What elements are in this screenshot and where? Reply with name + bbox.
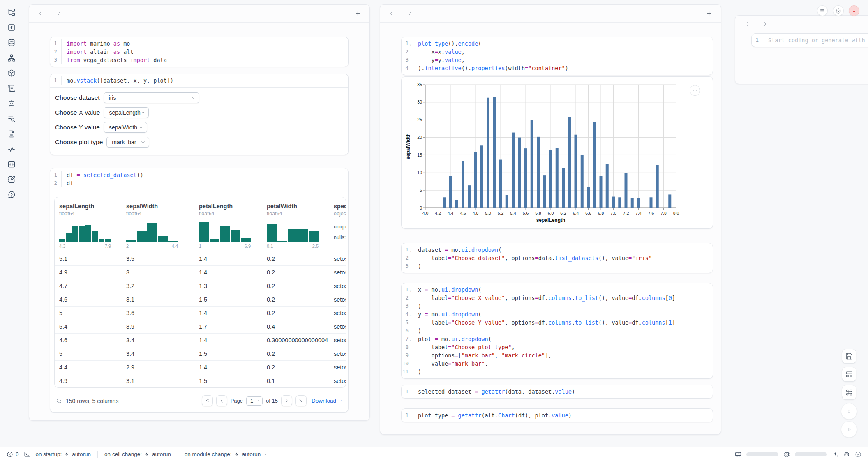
on-module-change-setting[interactable]: on module change: autorun	[185, 451, 268, 457]
dropdown-choose-plot-type[interactable]: mark_bar	[106, 137, 149, 148]
cell-plot[interactable]: 1⌄plot_type().encode(2 x=x.value,3 y=y.v…	[401, 37, 713, 75]
error-count: 0	[16, 451, 19, 457]
first-page-button[interactable]	[202, 395, 213, 406]
code-line: 2 x=x.value,	[402, 48, 713, 56]
save-button[interactable]	[842, 349, 856, 364]
shutdown-button[interactable]	[849, 5, 859, 16]
table-cell: 3.6	[126, 310, 199, 316]
table-cell: setosa	[334, 378, 346, 384]
on-startup-setting[interactable]: on startup: autorun	[36, 451, 91, 457]
code-editor-selected-dataset[interactable]: 1selected_dataset = getattr(data, datase…	[402, 385, 713, 398]
column-header-species[interactable]: speciesobjectunique:nulls:	[334, 203, 346, 249]
table-cell: setosa	[334, 323, 346, 330]
table-row[interactable]: 4.42.91.40.2setosa	[55, 360, 346, 374]
page-select[interactable]: 1	[246, 396, 263, 406]
activity-icon[interactable]	[7, 145, 16, 153]
table-cell: setosa	[334, 364, 346, 371]
last-page-button[interactable]	[295, 395, 307, 406]
function-square-icon[interactable]	[7, 23, 16, 32]
table-row[interactable]: 4.63.41.40.30000000000000004setosa	[55, 333, 346, 347]
on-module-change-label: on module change:	[185, 451, 232, 457]
table-row[interactable]: 53.41.50.2setosa	[55, 347, 346, 360]
notebook-pen-icon[interactable]	[7, 175, 16, 184]
code-editor-xyplot[interactable]: 1⌄x = mo.ui.dropdown(2 label="Choose X v…	[402, 283, 713, 378]
column-header-petalWidth[interactable]: petalWidthfloat640.12.5	[267, 203, 334, 249]
table-header-row: sepalLengthfloat644.37.9sepalWidthfloat6…	[55, 197, 346, 252]
svg-text:25: 25	[417, 117, 422, 122]
bar-chart[interactable]: 4.04.24.44.64.85.05.25.45.65.86.06.26.46…	[405, 77, 693, 228]
file-text-icon[interactable]	[7, 130, 16, 138]
gear-icon	[836, 8, 841, 14]
cell-imports[interactable]: 1import marimo as mo2import altair as al…	[50, 37, 349, 67]
cell-xy-plot-dropdowns[interactable]: 1⌄x = mo.ui.dropdown(2 label="Choose X v…	[401, 283, 713, 379]
download-button[interactable]: Download	[312, 398, 342, 404]
column-header-petalLength[interactable]: petalLengthfloat6416.9	[199, 203, 267, 249]
column-header-sepalLength[interactable]: sepalLengthfloat644.37.9	[59, 203, 126, 249]
cell-vstack[interactable]: 1mo.vstack([dataset, x, y, plot]) Choose…	[50, 74, 349, 155]
scroll-column-left-button[interactable]	[388, 10, 395, 16]
interrupt-button[interactable]	[841, 403, 857, 420]
chart-actions-button[interactable]	[690, 85, 700, 96]
code-editor-dataset[interactable]: 1⌄dataset = mo.ui.dropdown(2 label="Choo…	[402, 243, 713, 273]
table-row[interactable]: 4.931.40.2setosa	[55, 265, 346, 279]
table-cell: 1.5	[199, 378, 267, 384]
table-row[interactable]: 4.63.11.50.2setosa	[55, 293, 346, 306]
next-page-button[interactable]	[281, 395, 292, 406]
table-cell: 3.5	[126, 256, 199, 262]
ai-sparkles-icon[interactable]	[832, 451, 838, 458]
file-tree-icon[interactable]	[7, 8, 16, 16]
menu-button[interactable]	[817, 5, 828, 16]
add-column-button[interactable]	[706, 10, 713, 17]
settings-button[interactable]	[833, 5, 844, 16]
dropdown-choose-dataset[interactable]: iris	[104, 92, 199, 103]
scroll-column-right-button[interactable]	[407, 10, 413, 16]
cell-dataset-dropdown[interactable]: 1⌄dataset = mo.ui.dropdown(2 label="Choo…	[401, 243, 713, 273]
list-search-icon[interactable]	[7, 115, 16, 123]
add-column-button[interactable]	[354, 10, 361, 17]
package-icon[interactable]	[7, 69, 16, 77]
copilot-icon[interactable]	[843, 451, 850, 458]
scroll-column-left-button[interactable]	[743, 21, 750, 27]
cell-empty-editor[interactable]: 1Start coding or generate with	[751, 33, 868, 47]
dropdown-choose-y-value[interactable]: sepalWidth	[104, 122, 147, 133]
scroll-text-icon[interactable]	[7, 84, 16, 92]
terminal-icon[interactable]	[24, 451, 31, 458]
bot-message-icon[interactable]	[7, 99, 16, 108]
cell-dataframe[interactable]: 1df = selected_dataset()2df sepalLengthf…	[50, 168, 349, 413]
code-editor-imports[interactable]: 1import marimo as mo2import altair as al…	[50, 37, 348, 67]
keyboard-shortcuts-button[interactable]	[842, 385, 856, 400]
cell-plot-type[interactable]: 1plot_type = getattr(alt.Chart(df), plot…	[401, 408, 713, 422]
dropdown-choose-x-value[interactable]: sepalLength	[104, 107, 149, 118]
search-icon[interactable]	[56, 398, 62, 404]
scroll-column-right-button[interactable]	[56, 10, 62, 16]
on-cell-change-setting[interactable]: on cell change: autorun	[104, 451, 171, 457]
code-block-icon[interactable]	[7, 160, 16, 168]
table-row[interactable]: 53.61.40.2setosa	[55, 306, 346, 320]
connection-status-icon[interactable]	[855, 451, 861, 458]
run-button[interactable]	[841, 421, 857, 438]
sitemap-icon[interactable]	[7, 54, 16, 62]
code-editor-vstack[interactable]: 1mo.vstack([dataset, x, y, plot])	[50, 74, 348, 87]
table-summary: 150 rows, 5 columns	[66, 398, 118, 404]
table-row[interactable]: 4.93.11.50.1setosa	[55, 374, 346, 387]
on-module-change-value: autorun	[242, 451, 261, 457]
cpu-usage-bar	[795, 452, 827, 456]
code-editor-dataframe[interactable]: 1df = selected_dataset()2df	[50, 168, 348, 190]
column-header-sepalWidth[interactable]: sepalWidthfloat6424.4	[126, 203, 199, 249]
code-editor-plot-type[interactable]: 1plot_type = getattr(alt.Chart(df), plot…	[402, 409, 713, 422]
help-circle-icon[interactable]	[7, 191, 16, 199]
error-count-indicator[interactable]: 0	[7, 451, 19, 458]
layout-toggle-button[interactable]	[842, 367, 856, 382]
table-row[interactable]: 4.73.21.30.2setosa	[55, 279, 346, 293]
scroll-column-right-button[interactable]	[762, 21, 768, 27]
table-row[interactable]: 5.43.91.70.4setosa	[55, 320, 346, 333]
prev-page-button[interactable]	[216, 395, 227, 406]
table-row[interactable]: 5.13.51.40.2setosa	[55, 252, 346, 265]
empty-code-editor[interactable]: 1Start coding or generate with	[752, 34, 868, 47]
cell-selected-dataset[interactable]: 1selected_dataset = getattr(data, datase…	[401, 385, 713, 399]
memory-usage-bar	[746, 452, 778, 456]
code-editor-plot[interactable]: 1⌄plot_type().encode(2 x=x.value,3 y=y.v…	[402, 37, 713, 75]
svg-text:4.2: 4.2	[435, 211, 441, 216]
database-icon[interactable]	[7, 39, 16, 47]
scroll-column-left-button[interactable]	[37, 10, 44, 16]
